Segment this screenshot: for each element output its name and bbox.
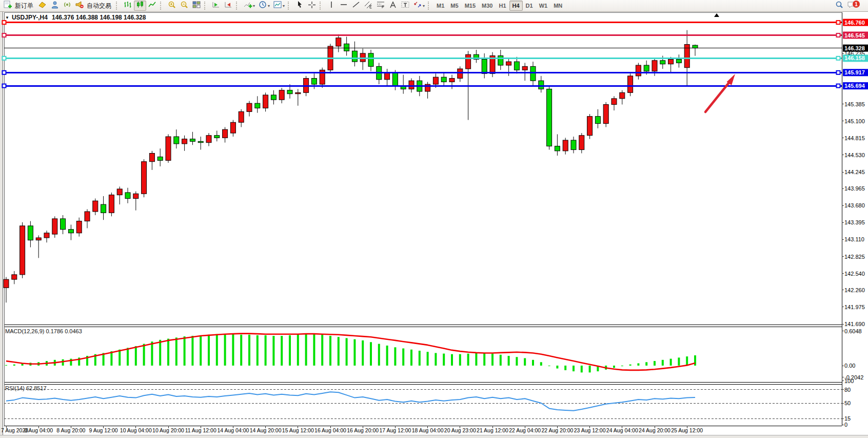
chevron-down-icon: ▾ — [268, 4, 270, 8]
notifications-button[interactable]: 1 — [845, 1, 865, 11]
periods-button[interactable]: ▾ — [257, 1, 271, 11]
svg-text:22 Aug 04:00: 22 Aug 04:00 — [509, 427, 541, 433]
timeframe-button-m30[interactable]: M30 — [479, 1, 496, 11]
svg-text:144.815: 144.815 — [844, 135, 865, 141]
auto-trading-label[interactable]: 自动交易 — [87, 2, 111, 10]
macd-pane: 0.60480.00-0.2042 — [5, 328, 863, 380]
equidistant-channel-icon — [364, 1, 373, 11]
timeframe-button-w1[interactable]: W1 — [536, 1, 551, 11]
svg-text:25 Aug 12:00: 25 Aug 12:00 — [671, 427, 703, 433]
text-button[interactable] — [387, 1, 399, 11]
bar-chart-icon — [123, 1, 132, 11]
chart-canvas[interactable]: 146.235145.385145.100144.815144.530144.2… — [0, 0, 868, 438]
new-order-label[interactable]: 新订单 — [15, 2, 33, 10]
timeframe-button-mn[interactable]: MN — [550, 1, 565, 11]
chevron-down-icon: ▾ — [423, 4, 425, 8]
rsi-levels — [4, 390, 842, 418]
new-order-button[interactable] — [2, 1, 14, 11]
svg-text:141.690: 141.690 — [844, 321, 865, 327]
svg-text:146.545: 146.545 — [844, 32, 865, 39]
indicators-icon — [243, 1, 252, 11]
crosshair-icon — [307, 1, 317, 11]
text-label-button[interactable] — [399, 1, 411, 11]
price-line-145.917[interactable]: 145.917 — [3, 69, 868, 76]
equidistant-channel-button[interactable] — [362, 1, 374, 11]
zoom-in-button[interactable] — [166, 1, 178, 11]
candlestick-chart-button[interactable] — [134, 1, 146, 11]
tile-windows-icon — [192, 1, 201, 11]
svg-text:143.965: 143.965 — [844, 185, 865, 192]
toolbar-grip — [320, 2, 324, 10]
svg-text:15: 15 — [844, 415, 851, 422]
svg-text:143.110: 143.110 — [844, 236, 864, 242]
svg-text:144.245: 144.245 — [844, 169, 865, 175]
timeframe-button-m5[interactable]: M5 — [447, 1, 461, 11]
svg-text:14 Aug 20:00: 14 Aug 20:00 — [250, 427, 282, 433]
svg-text:10 Aug 20:00: 10 Aug 20:00 — [152, 427, 184, 433]
svg-text:14 Aug 04:00: 14 Aug 04:00 — [217, 427, 249, 433]
toolbar-grip — [236, 2, 240, 10]
trendline-button[interactable] — [350, 1, 362, 11]
svg-text:0.00: 0.00 — [844, 363, 855, 369]
svg-text:16 Aug 04:00: 16 Aug 04:00 — [314, 427, 346, 433]
market-watch-button[interactable] — [36, 1, 49, 11]
signal-button[interactable] — [61, 1, 73, 11]
auto-trading-button[interactable] — [73, 1, 86, 11]
svg-text:146.158: 146.158 — [844, 55, 865, 61]
templates-button[interactable]: ▾ — [271, 1, 286, 11]
candles-series — [4, 30, 698, 303]
new-order-icon — [3, 1, 12, 11]
timeframe-toolbar: M1M5M15M30H1H4D1W1MN — [433, 1, 565, 11]
cursor-button[interactable] — [293, 1, 306, 11]
fibonacci-button[interactable] — [374, 1, 387, 11]
crosshair-button[interactable] — [306, 1, 318, 11]
chart-shift-marker — [714, 13, 719, 17]
svg-text:10 Aug 04:00: 10 Aug 04:00 — [120, 427, 152, 433]
svg-text:143.395: 143.395 — [844, 219, 865, 225]
tile-windows-button[interactable] — [190, 1, 203, 11]
svg-text:9 Aug 12:00: 9 Aug 12:00 — [89, 427, 118, 433]
svg-text:145.385: 145.385 — [844, 101, 865, 107]
periods-icon — [258, 1, 267, 11]
price-axis: 146.235145.385145.100144.815144.530144.2… — [842, 50, 865, 327]
arrows-button[interactable]: ▾ — [411, 1, 426, 11]
price-line-146.158[interactable]: 146.158 — [3, 54, 868, 62]
timeframe-button-m1[interactable]: M1 — [433, 1, 447, 11]
text-label-icon — [401, 1, 410, 11]
indicators-button[interactable]: ▾ — [242, 1, 257, 11]
bar-chart-button[interactable] — [122, 1, 134, 11]
trendline-icon — [351, 1, 361, 11]
navigator-button[interactable] — [49, 1, 61, 11]
fibonacci-icon — [376, 1, 385, 11]
svg-text:146.328: 146.328 — [844, 45, 865, 51]
timeframe-button-m15[interactable]: M15 — [462, 1, 479, 11]
navigator-icon — [50, 1, 60, 11]
ohlc-values: 146.376 146.388 146.198 146.328 — [52, 14, 146, 21]
search-icon — [835, 1, 844, 11]
svg-text:142.260: 142.260 — [844, 287, 865, 293]
toolbar-grip — [428, 2, 432, 10]
svg-text:23 Aug 12:00: 23 Aug 12:00 — [574, 427, 606, 433]
svg-text:144.530: 144.530 — [844, 152, 865, 158]
zoom-out-button[interactable] — [178, 1, 190, 11]
svg-text:145.917: 145.917 — [844, 69, 865, 75]
signal-icon — [63, 1, 72, 11]
vertical-line-button[interactable] — [325, 1, 338, 11]
chart-shift-button[interactable] — [222, 1, 234, 11]
timeframe-button-d1[interactable]: D1 — [523, 1, 536, 11]
search-button[interactable] — [833, 1, 845, 11]
macd-indicator-label: MACD(12,26,9) 0.1786 0.0463 — [5, 328, 82, 334]
svg-text:145.694: 145.694 — [844, 83, 865, 89]
auto-scroll-button[interactable] — [210, 1, 222, 11]
timeframe-button-h1[interactable]: H1 — [496, 1, 509, 11]
timeframe-button-h4[interactable]: H4 — [509, 1, 523, 11]
price-line-146.545[interactable]: 146.545 — [3, 32, 868, 39]
auto-scroll-icon — [211, 1, 221, 11]
trend-arrow-annotation[interactable] — [705, 74, 735, 112]
chart-title[interactable]: ▼ USDJPY-,H4 146.376 146.388 146.198 146… — [5, 14, 146, 21]
line-chart-button[interactable] — [146, 1, 159, 11]
svg-text:15 Aug 12:00: 15 Aug 12:00 — [282, 427, 314, 433]
chevron-down-icon: ▾ — [283, 4, 285, 8]
horizontal-line-button[interactable] — [338, 1, 350, 11]
vertical-line-icon — [327, 1, 336, 11]
